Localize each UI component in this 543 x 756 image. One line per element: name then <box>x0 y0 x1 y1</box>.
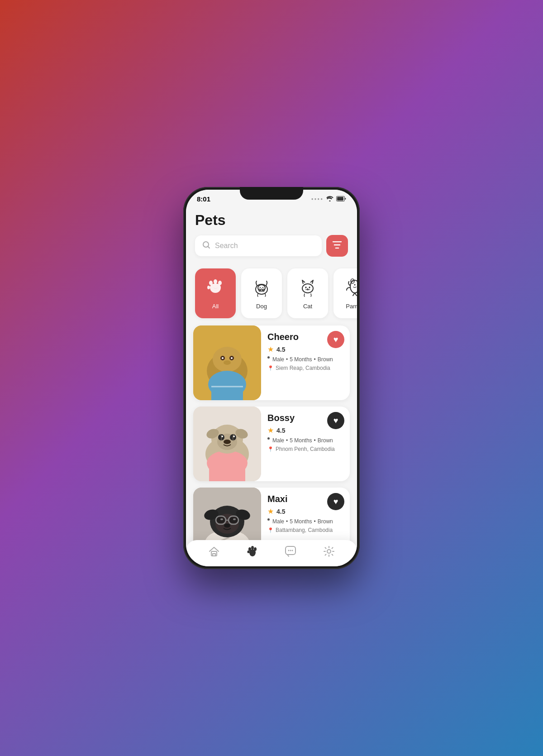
pet-color-bossy: Brown <box>318 437 333 444</box>
sep5: • <box>286 518 288 525</box>
rating-value-cheero: 4.5 <box>276 346 285 353</box>
pet-image-cheero <box>193 325 261 400</box>
category-dog[interactable]: Dog <box>241 268 282 318</box>
nav-paw[interactable] <box>247 545 258 557</box>
status-icons: ●●●● <box>311 195 346 203</box>
pet-card-cheero[interactable]: Cheero ★ 4.5 Male • 5 Months • Brown <box>193 325 350 400</box>
pet-attrs-bossy: Male • 5 Months • Brown <box>267 437 344 444</box>
pet-age-cheero: 5 Months <box>290 356 312 363</box>
pet-location-maxi: 📍 Battambang, Cambodia <box>267 527 344 533</box>
pet-gender-cheero: Male <box>272 356 284 363</box>
favorite-button-cheero[interactable]: ♥ <box>327 331 344 348</box>
star-icon-cheero: ★ <box>267 345 274 354</box>
svg-point-27 <box>222 357 224 359</box>
favorite-button-maxi[interactable]: ♥ <box>327 493 344 510</box>
pet-card-bossy[interactable]: Bossy ★ 4.5 Male • 5 Months • Brown <box>193 407 350 481</box>
pet-location-text-cheero: Siem Reap, Cambodia <box>276 365 330 371</box>
svg-rect-1 <box>337 197 343 201</box>
category-cat-label: Cat <box>303 303 312 310</box>
category-all[interactable]: All <box>195 268 236 318</box>
categories-row[interactable]: All <box>186 261 357 325</box>
svg-point-66 <box>247 550 249 553</box>
location-icon-maxi: 📍 <box>267 527 274 533</box>
star-icon-bossy: ★ <box>267 426 274 435</box>
rating-value-maxi: 4.5 <box>276 508 285 515</box>
nav-chat[interactable] <box>285 545 296 557</box>
svg-point-58 <box>233 518 236 520</box>
search-icon <box>202 241 210 251</box>
svg-point-11 <box>260 287 261 288</box>
phone-frame: 8:01 ●●●● <box>183 187 360 569</box>
svg-point-2 <box>203 242 209 247</box>
bottom-nav <box>186 540 357 566</box>
pet-attrs-cheero: Male • 5 Months • Brown <box>267 356 344 363</box>
search-row: Search <box>195 235 348 257</box>
svg-point-55 <box>217 517 225 523</box>
signal-dots: ●●●● <box>311 197 324 201</box>
sep1: • <box>286 356 288 363</box>
pet-age-maxi: 5 Months <box>290 518 312 525</box>
sep6: • <box>314 518 316 525</box>
svg-point-69 <box>290 550 291 551</box>
location-icon-cheero: 📍 <box>267 365 274 371</box>
pet-gender-bossy: Male <box>272 437 284 444</box>
svg-point-15 <box>309 287 310 288</box>
svg-point-57 <box>220 518 223 520</box>
category-parrot[interactable]: Parrot <box>333 268 357 318</box>
phone-screen: 8:01 ●●●● <box>186 190 357 566</box>
nav-home[interactable] <box>208 546 220 557</box>
sep2: • <box>314 356 316 363</box>
pet-color-maxi: Brown <box>318 518 333 525</box>
page-title: Pets <box>195 212 348 229</box>
svg-point-28 <box>231 357 233 359</box>
svg-point-71 <box>327 550 331 553</box>
svg-point-42 <box>224 440 231 444</box>
dog-category-icon <box>252 278 271 299</box>
search-bar[interactable]: Search <box>195 235 322 256</box>
header: Pets Search <box>186 205 357 261</box>
svg-point-56 <box>229 517 238 523</box>
filter-button[interactable] <box>326 235 348 257</box>
pet-age-bossy: 5 Months <box>290 437 312 444</box>
svg-point-26 <box>224 360 231 365</box>
category-cat[interactable]: Cat <box>287 268 328 318</box>
pet-location-text-maxi: Battambang, Cambodia <box>276 527 333 533</box>
paw-category-icon <box>206 278 224 299</box>
pet-image-bossy <box>193 407 261 481</box>
svg-point-6 <box>207 286 210 289</box>
search-placeholder: Search <box>215 242 238 250</box>
svg-point-16 <box>350 280 357 293</box>
svg-point-14 <box>305 287 307 288</box>
wifi-icon <box>326 195 333 203</box>
scroll-area[interactable]: Pets Search <box>186 205 357 563</box>
svg-point-17 <box>354 284 356 285</box>
svg-point-12 <box>262 287 264 288</box>
category-all-label: All <box>212 303 219 310</box>
svg-point-64 <box>251 546 254 550</box>
nav-settings[interactable] <box>323 545 335 557</box>
svg-point-70 <box>292 550 293 551</box>
dot3 <box>267 518 270 521</box>
pet-color-cheero: Brown <box>318 356 333 363</box>
location-icon-bossy: 📍 <box>267 446 274 452</box>
star-icon-maxi: ★ <box>267 507 274 516</box>
favorite-button-bossy[interactable]: ♥ <box>327 412 344 429</box>
dot1 <box>267 356 270 359</box>
svg-point-4 <box>214 279 217 284</box>
sep3: • <box>286 437 288 444</box>
category-parrot-label: Parrot <box>346 303 357 310</box>
svg-point-59 <box>224 524 230 528</box>
pet-gender-maxi: Male <box>272 518 284 525</box>
dot2 <box>267 437 270 440</box>
pet-attrs-maxi: Male • 5 Months • Brown <box>267 518 344 525</box>
rating-value-bossy: 4.5 <box>276 427 285 434</box>
sep4: • <box>314 437 316 444</box>
filter-icon <box>333 241 342 251</box>
category-dog-label: Dog <box>256 303 267 310</box>
cat-category-icon <box>299 278 317 299</box>
status-time: 8:01 <box>197 195 210 203</box>
notch <box>240 187 303 200</box>
battery-icon <box>336 195 346 203</box>
pet-location-bossy: 📍 Phnom Penh, Cambodia <box>267 446 344 452</box>
pet-location-text-bossy: Phnom Penh, Cambodia <box>276 446 335 452</box>
